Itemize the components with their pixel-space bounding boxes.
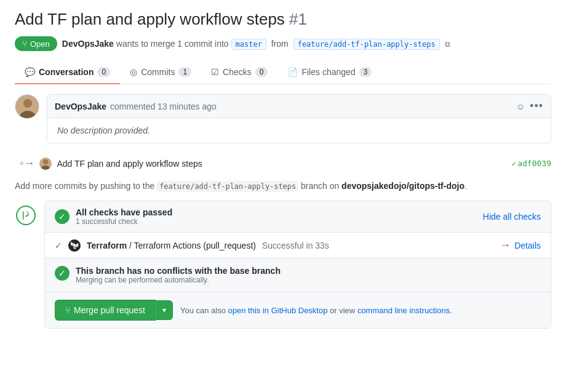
merge-btn-label: Merge pull request [74,305,145,315]
commit-sha-text: adf0039 [517,159,551,168]
pr-meta: ⑂ Open DevOpsJake wants to merge 1 commi… [15,36,551,51]
tab-commits[interactable]: ◎ Commits 1 [120,61,201,84]
head-branch[interactable]: feature/add-tf-plan-apply-steps [293,39,440,50]
terraform-name: Terraform [87,241,127,250]
branch-check-success-icon: ✓ [55,266,70,281]
pr-merge-text: wants to merge 1 commit into [116,39,229,49]
checks-tab-count: 0 [255,67,268,77]
commit-dot-icon: ◦→ [20,157,34,170]
merge-help-text: You can also open this in GitHub Desktop… [180,306,452,315]
commit-sha[interactable]: ✓ adf0039 [511,159,551,168]
merge-help-or-text: or view [330,306,355,315]
merge-btn-icon: ⑂ [65,305,70,315]
check-tick-icon: ✓ [55,241,62,250]
push-message-text-before: Add more commits by pushing to the [15,181,154,191]
check-status: Successful in 33s [262,241,329,250]
comment-box: DevOpsJake commented 13 minutes ago ☺ ••… [47,94,551,143]
tab-conversation[interactable]: 💬 Conversation 0 [15,61,120,84]
files-tab-count: 3 [359,67,372,77]
red-arrow-icon: → [500,239,511,252]
details-link[interactable]: Details [514,241,541,250]
comment-time: commented 13 minutes ago [110,102,217,111]
branch-check-title: This branch has no conflicts with the ba… [76,266,281,276]
merge-help-prefix: You can also [180,306,226,315]
comment-body: No description provided. [47,118,551,143]
merge-chevron-icon: ▾ [162,306,166,314]
checks-tab-icon: ☑ [211,67,219,77]
push-message-text-after: branch on [301,181,339,191]
push-message-repo: devopsjakedojo/gitops-tf-dojo [341,181,464,191]
files-tab-icon: 📄 [287,67,298,77]
pr-title-text: Add TF plan and apply workflow steps [15,10,285,28]
comment-more-icon[interactable]: ••• [530,100,543,113]
pr-meta-text: DevOpsJake wants to merge 1 commit into … [62,39,450,49]
avatar [15,94,39,119]
comment-header-left: DevOpsJake commented 13 minutes ago [55,102,217,111]
svg-point-4 [43,159,48,164]
conversation-tab-label: Conversation [39,67,94,77]
merge-icon: ⑂ [22,39,27,49]
commit-avatar [39,158,52,170]
emoji-reaction-icon[interactable]: ☺ [516,102,525,111]
commits-tab-count: 1 [178,67,191,77]
comment-container: DevOpsJake commented 13 minutes ago ☺ ••… [15,94,551,143]
push-period: . [464,181,467,191]
check-details-link: → Details [500,239,541,252]
checks-tab-label: Checks [223,67,252,77]
main-content: DevOpsJake commented 13 minutes ago ☺ ••… [15,94,551,338]
push-message-branch: feature/add-tf-plan-apply-steps [157,181,298,192]
hide-checks-link[interactable]: Hide all checks [483,212,541,222]
comment-body-text: No description provided. [57,126,150,135]
checks-title-group: All checks have passed 1 successful chec… [76,207,172,226]
github-desktop-link[interactable]: open this in GitHub Desktop [228,306,328,315]
commit-row: ◦→ Add TF plan and apply workflow steps … [15,153,551,174]
check-name: Terraform / Terraform Actions (pull_requ… [87,241,256,250]
conversation-tab-icon: 💬 [25,67,35,77]
pr-from-text: from [271,39,289,49]
pr-number: #1 [289,10,307,28]
checks-header-left: ✓ All checks have passed 1 successful ch… [55,207,172,226]
comment-author[interactable]: DevOpsJake [55,102,106,111]
merge-btn-group: ⑂ Merge pull request ▾ [55,300,173,321]
checks-container: ✓ All checks have passed 1 successful ch… [15,201,551,329]
branch-check-subtitle: Merging can be performed automatically. [76,276,281,284]
push-message: Add more commits by pushing to the featu… [15,181,551,191]
commits-tab-label: Commits [141,67,175,77]
conversation-tab-count: 0 [97,67,110,77]
check-row-terraform: ✓ Terraform / Terra [45,233,551,258]
base-branch[interactable]: master [231,39,266,50]
branch-check-text-group: This branch has no conflicts with the ba… [76,266,281,284]
merge-dropdown-button[interactable]: ▾ [156,300,173,320]
pr-title: Add TF plan and apply workflow steps #1 [15,10,551,29]
checks-all-passed-title: All checks have passed [76,207,172,217]
commit-message: Add TF plan and apply workflow steps [57,159,202,169]
status-label: Open [30,39,50,49]
checks-all-passed-subtitle: 1 successful check [76,217,172,226]
merge-area: ⑂ Merge pull request ▾ You can also open… [45,292,551,328]
checks-icon-col [15,201,37,329]
checks-header: ✓ All checks have passed 1 successful ch… [45,201,551,233]
branch-check-row: ✓ This branch has no conflicts with the … [45,258,551,292]
pr-author: DevOpsJake [62,39,114,49]
svg-point-1 [23,99,32,108]
tab-checks[interactable]: ☑ Checks 0 [201,61,277,84]
copy-branch-icon[interactable]: ⧉ [445,40,450,49]
content-area: DevOpsJake commented 13 minutes ago ☺ ••… [15,84,551,338]
terraform-action: Terraform Actions (pull_request) [134,241,256,250]
commits-tab-icon: ◎ [130,67,137,77]
tab-files-changed[interactable]: 📄 Files changed 3 [277,61,381,84]
check-success-icon: ✓ [55,209,70,224]
merge-circle-icon [16,206,36,225]
comment-actions: ☺ ••• [516,100,543,113]
checks-box: ✓ All checks have passed 1 successful ch… [44,201,551,329]
merge-pull-request-button[interactable]: ⑂ Merge pull request [55,300,156,321]
comment-header: DevOpsJake commented 13 minutes ago ☺ ••… [47,95,551,118]
commit-check-icon: ✓ [511,159,516,168]
merge-period: . [450,306,452,315]
status-badge: ⑂ Open [15,36,57,51]
tabs: 💬 Conversation 0 ◎ Commits 1 ☑ Checks 0 … [15,61,551,84]
terraform-logo [68,239,81,252]
files-tab-label: Files changed [301,67,355,77]
command-line-link[interactable]: command line instructions [357,306,450,315]
check-separator: / [129,241,134,250]
